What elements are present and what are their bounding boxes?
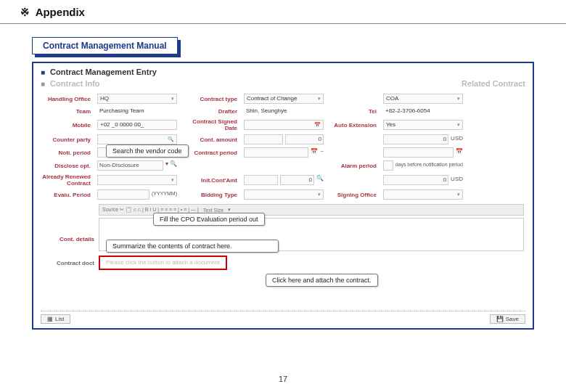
usd-suffix: USD (451, 134, 463, 144)
lbl-cont-details: Cont. details (42, 236, 94, 242)
period-to[interactable] (383, 147, 454, 158)
coa-select[interactable]: COA (383, 94, 463, 104)
appendix-label: Appendix (36, 6, 85, 18)
lbl-tel: Tel (328, 108, 379, 115)
lbl-cont-doc: Contract doct (42, 260, 94, 266)
callout-summarize: Summarize the contents of contract here. (106, 240, 279, 253)
lbl-mobile: Mobile (42, 122, 93, 128)
lbl-cont-amount: Cont. amount (181, 136, 239, 143)
cont-amount-input[interactable] (244, 134, 283, 144)
signed-date-input[interactable] (244, 120, 324, 130)
entry-title: Contract Management Entry (50, 68, 157, 76)
signing-office-select[interactable] (383, 189, 463, 200)
lbl-noti-period: Noti. period (42, 150, 93, 156)
save-button[interactable]: 💾 Save (490, 314, 525, 324)
lbl-contract-type: Contract type (181, 96, 239, 102)
lbl-auto-extension: Auto Extension (328, 122, 379, 128)
square-icon: ■ (41, 80, 45, 88)
lbl-signing-office: Signing Office (328, 192, 379, 198)
lbl-alarm-period: Alarm period (328, 163, 379, 169)
alarm-tail: days before notification period (395, 160, 463, 171)
contract-entry-screenshot: ■ Contract Management Entry ■ Contract I… (32, 62, 534, 330)
list-icon: ▦ (47, 316, 53, 322)
drafter-value: Shin, Seunghye (244, 107, 324, 115)
eval-period-input[interactable] (97, 189, 149, 200)
appendix-symbol: ※ (20, 6, 30, 18)
lbl-contract-period: Contract period (181, 150, 239, 156)
mobile-input[interactable]: +02 _0 0000 00_ (97, 120, 177, 130)
cont-amount-group: 0 (244, 134, 324, 144)
attach-row: Contract doct Please click the button to… (42, 256, 524, 270)
disclose-select[interactable]: Non-Disclosure (97, 160, 163, 171)
handling-office-select[interactable]: HQ (97, 94, 177, 104)
callout-search-vendor: Search the vendor code (106, 144, 189, 158)
already-renewed-select[interactable] (97, 175, 177, 185)
attach-contract-button[interactable]: Please click the button to attach a docu… (99, 256, 227, 270)
lbl-drafter: Drafter (181, 108, 239, 115)
cont-amount-0: 0 (285, 134, 324, 144)
init-amt-input[interactable] (244, 175, 278, 185)
lbl-handling-office: Handling Office (42, 96, 93, 102)
amount-zero: 0 (383, 134, 448, 144)
lbl-signed-date: Contract Signed Date (181, 118, 239, 131)
counter-party-input[interactable] (97, 134, 177, 144)
lbl-counter-party: Counter party (42, 136, 93, 143)
bottom-actions: ▦ List 💾 Save (41, 311, 525, 324)
lbl-team: Team (42, 108, 93, 115)
bidding-type-select[interactable] (244, 189, 324, 200)
page-number: 17 (0, 375, 566, 383)
contract-type-select[interactable]: Contract of Change (244, 94, 324, 104)
auto-extension-select[interactable]: Yes (383, 120, 463, 130)
team-value: Purchasing Team (97, 107, 177, 115)
callout-attach: Click here and attach the contract. (266, 274, 378, 287)
square-icon: ■ (41, 68, 45, 76)
related-contract-section: Related Contract (462, 79, 525, 88)
lbl-disclose: Disclose opt. (42, 163, 93, 169)
callout-fill-cpo: Fill the CPO Evaluation period out (153, 213, 265, 226)
contract-period-group: 📅 ~ (244, 147, 324, 158)
list-button[interactable]: ▦ List (41, 314, 70, 324)
period-from[interactable] (244, 147, 308, 158)
lbl-already-renewed: Already Renewed Contract (42, 173, 93, 187)
contract-info-section: Contract Info (50, 79, 99, 88)
manual-tab: Contract Management Manual (32, 37, 178, 54)
tel-value: +82-2-3706-6054 (383, 107, 463, 115)
lbl-eval-period: Evalu. Period (42, 192, 93, 198)
page-title: ※ Appendix (0, 0, 566, 24)
save-icon: 💾 (496, 316, 504, 322)
lbl-init-amt: Init.Cont'Amt (181, 177, 239, 184)
lbl-bidding-type: Bidding Type (181, 192, 239, 198)
alarm-input[interactable] (383, 160, 393, 171)
